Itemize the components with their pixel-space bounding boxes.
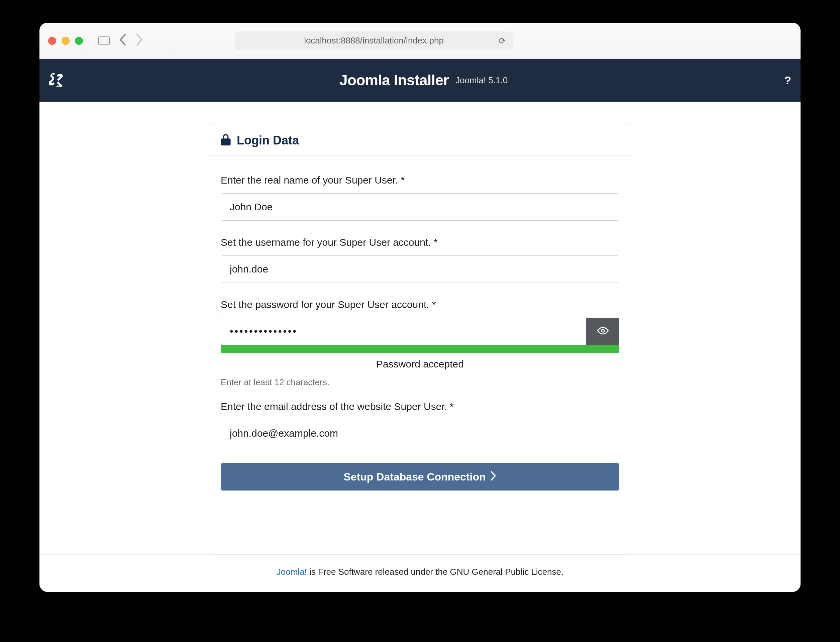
password-strength-bar [221, 345, 619, 353]
sidebar-toggle-icon[interactable] [98, 36, 110, 45]
chevron-right-icon [490, 471, 496, 483]
footer-joomla-link[interactable]: Joomla! [277, 567, 307, 577]
submit-button-label: Setup Database Connection [344, 471, 486, 483]
password-status: Password accepted [221, 358, 619, 370]
app-title: Joomla Installer [339, 72, 449, 89]
back-button[interactable] [119, 34, 126, 47]
app-header: Joomla Installer Joomla! 5.1.0 ? [39, 59, 801, 102]
maximize-window-button[interactable] [75, 37, 83, 45]
reload-icon[interactable]: ⟳ [499, 36, 506, 46]
footer: Joomla! is Free Software released under … [39, 554, 801, 592]
url-text: localhost:8888/installation/index.php [304, 36, 444, 46]
joomla-logo-icon [49, 73, 63, 88]
toggle-password-visibility-button[interactable] [586, 318, 619, 345]
browser-toolbar: localhost:8888/installation/index.php ⟳ [39, 23, 801, 59]
username-input[interactable] [221, 255, 619, 283]
password-label: Set the password for your Super User acc… [221, 299, 619, 310]
url-bar[interactable]: localhost:8888/installation/index.php ⟳ [235, 31, 512, 50]
email-label: Enter the email address of the website S… [221, 401, 619, 412]
card-title: Login Data [237, 133, 299, 148]
lock-icon [221, 134, 231, 147]
eye-icon [597, 325, 608, 338]
realname-label: Enter the real name of your Super User. … [221, 175, 619, 186]
email-input[interactable] [221, 420, 619, 447]
realname-input[interactable] [221, 193, 619, 221]
password-hint: Enter at least 12 characters. [221, 377, 619, 387]
setup-database-connection-button[interactable]: Setup Database Connection [221, 463, 619, 491]
window-controls [48, 37, 83, 45]
minimize-window-button[interactable] [62, 37, 70, 45]
help-button[interactable]: ? [784, 74, 791, 87]
forward-button[interactable] [136, 34, 143, 47]
password-input[interactable] [221, 318, 586, 345]
app-version: Joomla! 5.1.0 [456, 75, 508, 86]
username-label: Set the username for your Super User acc… [221, 237, 619, 248]
browser-window: localhost:8888/installation/index.php ⟳ … [39, 23, 801, 592]
login-data-card: Login Data Enter the real name of your S… [208, 123, 632, 554]
close-window-button[interactable] [48, 37, 56, 45]
svg-point-0 [601, 329, 604, 332]
footer-text: is Free Software released under the GNU … [307, 567, 563, 577]
